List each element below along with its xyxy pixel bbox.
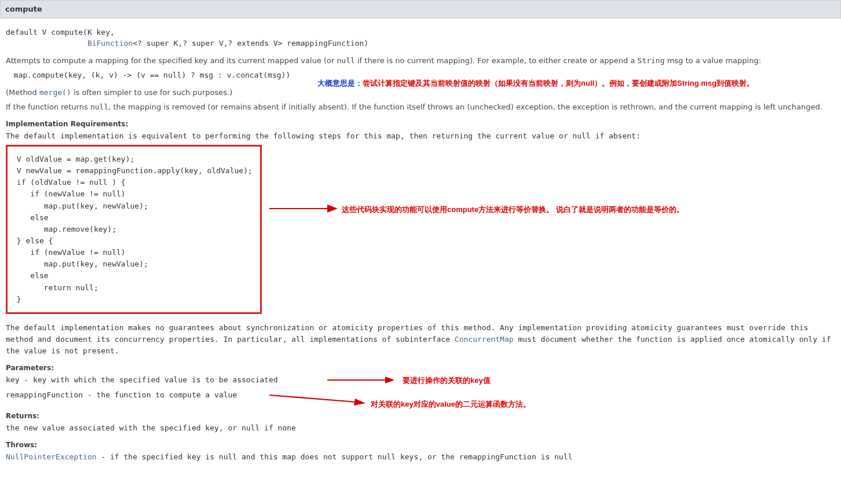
desc-paragraph-2: If the function returns null, the mappin… (6, 101, 835, 113)
impl-codeblock: V oldValue = map.get(key); V newValue = … (6, 145, 262, 314)
method-content: default V compute(K key, BiFunction<? su… (0, 19, 841, 471)
impl-block-wrapper: V oldValue = map.get(key); V newValue = … (6, 145, 835, 314)
annotation-codeblock: 这些代码块实现的功能可以使用compute方法来进行等价替换。 说白了就是说明两… (342, 204, 684, 216)
concurrentmap-link[interactable]: ConcurrentMap (455, 335, 514, 344)
annotation-summary: 大概意思是：尝试计算指定键及其当前映射值的映射（如果没有当前映射，则为null）… (317, 78, 754, 89)
desc-paragraph-1: Attempts to compute a mapping for the sp… (6, 55, 835, 67)
annotation-param-key: 要进行操作的关联的key值 (403, 375, 491, 386)
throws-label: Throws: (6, 440, 835, 450)
returns-label: Returns: (6, 411, 835, 421)
returns-text: the new value associated with the specif… (6, 422, 835, 434)
impl-req-label: Implementation Requirements: (6, 119, 835, 129)
method-signature: default V compute(K key, BiFunction<? su… (6, 27, 835, 49)
string-code: String (638, 56, 665, 65)
arrow-icon (269, 200, 339, 217)
bifunction-link[interactable]: BiFunction (87, 39, 133, 48)
impl-intro: The default implementation is equivalent… (6, 130, 835, 142)
svg-marker-1 (327, 204, 338, 213)
null-code: null (337, 56, 355, 65)
npe-link[interactable]: NullPointerException (6, 452, 97, 461)
parameters-label: Parameters: (6, 363, 835, 373)
throws-text: NullPointerException - if the specified … (6, 451, 835, 463)
impl-tail: The default implementation makes no guar… (6, 322, 835, 357)
method-header: compute (0, 0, 841, 19)
annotation-param-remap: 对关联的key对应的value的二元运算函数方法。 (371, 399, 531, 410)
param-key-row: key - key with which the specified value… (6, 374, 835, 386)
method-name: compute (5, 5, 42, 13)
merge-link[interactable]: merge() (39, 88, 71, 97)
param-remap-row: remappingFunction - the function to comp… (6, 389, 835, 401)
